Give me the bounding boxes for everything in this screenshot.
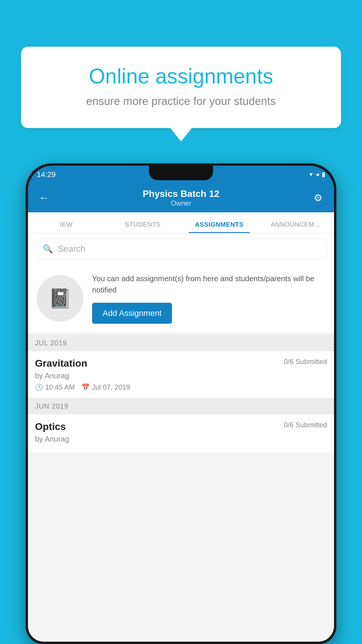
assignment-icon-circle: 📓 <box>37 275 83 322</box>
assignment-submitted-gravitation: 0/6 Submitted <box>284 358 327 366</box>
assignment-item-optics[interactable]: Optics 0/6 Submitted by Anurag <box>28 414 334 453</box>
assignment-item-header-optics: Optics 0/6 Submitted <box>35 421 327 432</box>
assignment-meta-gravitation: 🕐 10:45 AM 📅 Jul 07, 2019 <box>35 383 327 391</box>
assignment-by-optics: by Anurag <box>35 435 327 444</box>
header-title: Physics Batch 12 <box>51 188 311 199</box>
assignment-prompt-text: You can add assignment(s) from here and … <box>92 273 325 324</box>
search-placeholder: Search <box>58 244 85 254</box>
battery-icon: ▮ <box>322 171 325 178</box>
phone-frame: 14:29 ▾ ◂ ▮ ← Physics Batch 12 Owner ⚙ <box>26 163 336 644</box>
wifi-icon: ▾ <box>310 171 313 178</box>
calendar-icon: 📅 <box>82 384 89 391</box>
phone-notch <box>149 166 213 180</box>
speech-bubble-container: Online assignments ensure more practice … <box>21 47 341 128</box>
speech-bubble-subtitle: ensure more practice for your students <box>44 95 318 108</box>
header-center: Physics Batch 12 Owner <box>51 188 311 207</box>
search-bar[interactable]: 🔍 Search <box>34 239 328 259</box>
clock-icon: 🕐 <box>35 384 43 391</box>
tab-announcements[interactable]: ANNOUNCEM… <box>258 221 334 233</box>
header-subtitle: Owner <box>51 199 311 207</box>
search-icon: 🔍 <box>43 244 53 254</box>
assignment-name-optics: Optics <box>35 421 66 432</box>
tab-students[interactable]: STUDENTS <box>105 221 181 233</box>
prompt-description: You can add assignment(s) from here and … <box>92 273 325 296</box>
tab-iew[interactable]: IEW <box>28 221 105 233</box>
add-assignment-button[interactable]: Add Assignment <box>92 303 172 324</box>
assignment-name-gravitation: Gravitation <box>35 358 87 369</box>
settings-button[interactable]: ⚙ <box>311 192 325 204</box>
date-meta: 📅 Jul 07, 2019 <box>82 383 130 391</box>
status-icons: ▾ ◂ ▮ <box>310 171 325 178</box>
assignment-submitted-optics: 0/6 Submitted <box>284 421 327 429</box>
tab-assignments[interactable]: ASSIGNMENTS <box>181 221 258 233</box>
time-meta: 🕐 10:45 AM <box>35 383 75 391</box>
assignment-date: Jul 07, 2019 <box>92 383 130 391</box>
search-container: 🔍 Search <box>28 233 334 264</box>
assignment-item-gravitation[interactable]: Gravitation 0/6 Submitted by Anurag 🕐 10… <box>28 351 334 398</box>
assignment-prompt: 📓 You can add assignment(s) from here an… <box>28 264 334 332</box>
signal-icon: ◂ <box>316 171 319 178</box>
assignment-item-header: Gravitation 0/6 Submitted <box>35 358 327 369</box>
speech-bubble: Online assignments ensure more practice … <box>21 47 341 128</box>
notebook-icon: 📓 <box>48 288 72 309</box>
assignment-time: 10:45 AM <box>45 383 75 391</box>
section-header-jun: JUN 2019 <box>28 398 334 414</box>
speech-bubble-title: Online assignments <box>44 64 318 88</box>
app-screen: ← Physics Batch 12 Owner ⚙ IEW STUDENTS … <box>28 183 334 642</box>
assignment-by-gravitation: by Anurag <box>35 371 327 380</box>
status-time: 14:29 <box>37 170 56 179</box>
tabs-bar: IEW STUDENTS ASSIGNMENTS ANNOUNCEM… <box>28 212 334 233</box>
section-header-jul: JUL 2019 <box>28 335 334 351</box>
phone-inner: 14:29 ▾ ◂ ▮ ← Physics Batch 12 Owner ⚙ <box>28 166 334 642</box>
app-header: ← Physics Batch 12 Owner ⚙ <box>28 183 334 212</box>
back-button[interactable]: ← <box>37 192 51 204</box>
